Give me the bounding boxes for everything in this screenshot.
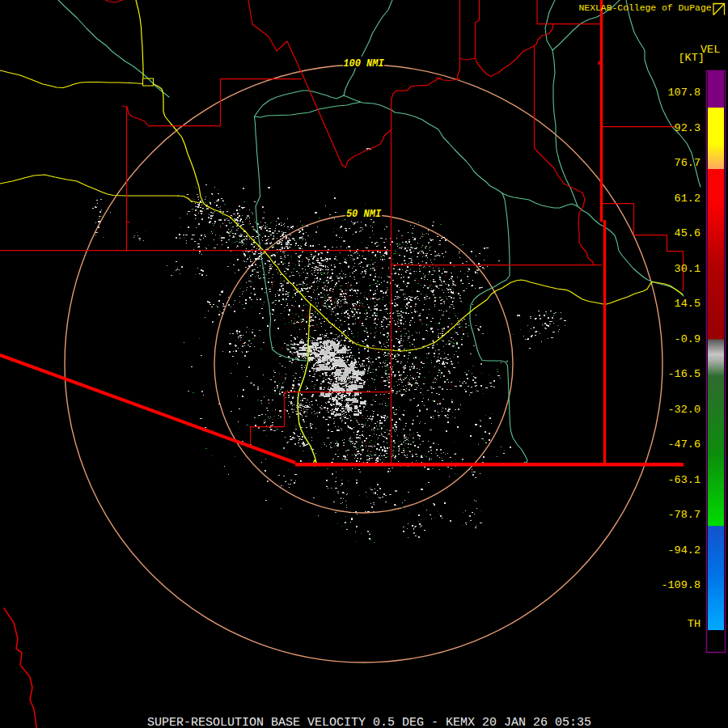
svg-text:[KT]: [KT] bbox=[679, 52, 705, 64]
svg-text:61.2: 61.2 bbox=[675, 193, 700, 205]
svg-text:76.7: 76.7 bbox=[675, 157, 700, 169]
svg-text:-109.8: -109.8 bbox=[661, 579, 700, 591]
svg-text:-78.7: -78.7 bbox=[667, 509, 700, 521]
svg-text:50 NMI: 50 NMI bbox=[346, 209, 382, 220]
svg-text:SUPER-RESOLUTION BASE VELOCITY: SUPER-RESOLUTION BASE VELOCITY 0.5 DEG -… bbox=[147, 716, 591, 728]
svg-text:NEXLAB-College of DuPage: NEXLAB-College of DuPage bbox=[579, 3, 712, 13]
svg-text:100 NMI: 100 NMI bbox=[343, 58, 384, 70]
svg-text:-16.5: -16.5 bbox=[667, 368, 700, 380]
svg-text:TH: TH bbox=[688, 618, 700, 630]
svg-text:-94.2: -94.2 bbox=[667, 544, 700, 557]
svg-text:45.6: 45.6 bbox=[675, 227, 700, 239]
svg-text:30.1: 30.1 bbox=[675, 263, 700, 275]
svg-text:107.8: 107.8 bbox=[667, 87, 700, 99]
svg-text:-32.0: -32.0 bbox=[667, 404, 700, 416]
svg-text:14.5: 14.5 bbox=[675, 298, 700, 310]
svg-text:-0.9: -0.9 bbox=[675, 333, 700, 345]
svg-text:-47.6: -47.6 bbox=[667, 438, 700, 451]
svg-text:92.3: 92.3 bbox=[675, 122, 700, 134]
svg-text:-63.1: -63.1 bbox=[667, 474, 700, 486]
